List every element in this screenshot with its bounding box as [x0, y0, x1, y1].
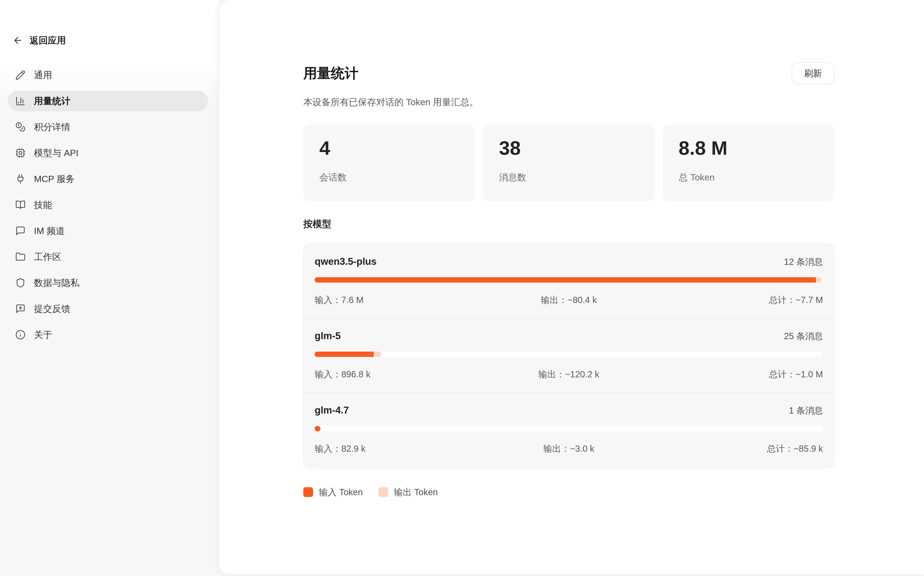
- sidebar-item-label: 通用: [34, 69, 52, 81]
- model-row-head: glm-525 条消息: [315, 330, 823, 342]
- page-header: 用量统计 刷新: [303, 62, 834, 84]
- output-tokens-stat: 输出：~3.0 k: [484, 443, 653, 454]
- summary-cards: 4会话数38消息数8.8 M总 Token: [303, 125, 834, 201]
- input-tokens-stat: 输入：7.6 M: [315, 294, 484, 305]
- model-usage-row: glm-525 条消息输入：896.8 k输出：~120.2 k总计：~1.0 …: [304, 318, 834, 392]
- token-usage-bar: [315, 352, 823, 357]
- model-usage-card: qwen3.5-plus12 条消息输入：7.6 M输出：~80.4 k总计：~…: [303, 244, 834, 467]
- input-token-label: 输入 Token: [319, 488, 363, 496]
- summary-card: 38消息数: [483, 125, 655, 201]
- page-title: 用量统计: [303, 65, 359, 82]
- sidebar-item-label: 关于: [34, 329, 52, 341]
- model-name: glm-5: [315, 330, 341, 342]
- input-tokens-stat: 输入：82.9 k: [315, 443, 484, 454]
- shield-icon: [15, 278, 26, 288]
- stat-value: 8.8 M: [679, 138, 818, 158]
- legend-item-input: 输入 Token: [303, 487, 363, 497]
- sidebar-item-label: 工作区: [34, 251, 61, 263]
- sidebar-item-usage-stats[interactable]: 用量统计: [8, 91, 208, 111]
- sidebar-item-feedback[interactable]: 提交反馈: [8, 299, 208, 319]
- model-name: qwen3.5-plus: [315, 256, 376, 267]
- sidebar-item-about[interactable]: 关于: [8, 325, 208, 345]
- stat-value: 4: [319, 138, 459, 158]
- model-token-stats: 输入：7.6 M输出：~80.4 k总计：~7.7 M: [315, 294, 823, 305]
- sidebar-item-label: IM 频道: [34, 225, 65, 237]
- sidebar-item-label: 提交反馈: [34, 303, 70, 315]
- back-to-app-label: 返回应用: [30, 34, 66, 46]
- output-token-swatch: [378, 487, 388, 497]
- legend-item-output: 输出 Token: [378, 487, 438, 497]
- usage-stats-page: 用量统计 刷新 本设备所有已保存对话的 Token 用量汇总。 4会话数38消息…: [219, 0, 924, 575]
- model-row-head: glm-4.71 条消息: [315, 405, 823, 416]
- info-icon: [15, 330, 26, 340]
- chart-column-icon: [15, 96, 26, 106]
- output-tokens-stat: 输出：~80.4 k: [484, 294, 653, 305]
- sidebar-item-label: 积分详情: [34, 121, 70, 133]
- sidebar-item-skills[interactable]: 技能: [8, 195, 208, 215]
- model-token-stats: 输入：896.8 k输出：~120.2 k总计：~1.0 M: [315, 369, 823, 379]
- total-tokens-stat: 总计：~7.7 M: [653, 294, 823, 305]
- sidebar-item-label: 用量统计: [34, 95, 70, 107]
- output-token-bar-segment: [816, 277, 822, 283]
- sidebar-nav: 通用用量统计积分详情模型与 APIMCP 服务技能IM 频道工作区数据与隐私提交…: [8, 65, 208, 345]
- summary-card: 4会话数: [303, 125, 475, 201]
- model-message-count: 1 条消息: [789, 405, 823, 416]
- arrow-left-icon: [13, 35, 23, 45]
- token-legend: 输入 Token 输出 Token: [303, 487, 834, 497]
- model-usage-row: qwen3.5-plus12 条消息输入：7.6 M输出：~80.4 k总计：~…: [304, 244, 834, 318]
- input-tokens-stat: 输入：896.8 k: [315, 369, 484, 379]
- token-usage-bar: [315, 426, 823, 431]
- output-token-label: 输出 Token: [394, 488, 438, 496]
- sidebar-item-data-privacy[interactable]: 数据与隐私: [8, 273, 208, 293]
- page-subtitle: 本设备所有已保存对话的 Token 用量汇总。: [303, 96, 834, 109]
- total-tokens-stat: 总计：~1.0 M: [653, 369, 823, 379]
- summary-card: 8.8 M总 Token: [663, 125, 834, 201]
- output-tokens-stat: 输出：~120.2 k: [484, 369, 653, 379]
- model-usage-row: glm-4.71 条消息输入：82.9 k输出：~3.0 k总计：~85.9 k: [304, 392, 834, 467]
- sidebar-item-im-channels[interactable]: IM 频道: [8, 221, 208, 241]
- sidebar-item-general[interactable]: 通用: [8, 65, 208, 85]
- sidebar-item-label: 模型与 API: [34, 147, 78, 159]
- sidebar-item-label: MCP 服务: [34, 173, 75, 185]
- output-token-bar-segment: [374, 352, 381, 357]
- total-tokens-stat: 总计：~85.9 k: [653, 443, 823, 454]
- cpu-icon: [15, 148, 26, 158]
- sidebar-item-label: 技能: [34, 199, 52, 211]
- sidebar-item-credits[interactable]: 积分详情: [8, 117, 208, 137]
- model-row-head: qwen3.5-plus12 条消息: [315, 256, 823, 267]
- folder-icon: [15, 252, 26, 262]
- stat-label: 消息数: [499, 173, 639, 182]
- stat-value: 38: [499, 138, 639, 158]
- message-plus-icon: [15, 304, 26, 314]
- model-message-count: 25 条消息: [784, 331, 823, 341]
- token-usage-bar: [315, 277, 823, 283]
- input-token-swatch: [303, 487, 313, 497]
- by-model-section-title: 按模型: [303, 219, 834, 229]
- model-name: glm-4.7: [315, 405, 349, 416]
- coins-icon: [15, 122, 26, 132]
- input-token-bar-segment: [315, 277, 816, 283]
- input-token-bar-segment: [315, 352, 374, 357]
- stat-label: 总 Token: [679, 173, 818, 182]
- back-to-app-button[interactable]: 返回应用: [13, 33, 219, 48]
- pencil-icon: [15, 70, 26, 80]
- stat-label: 会话数: [319, 173, 459, 182]
- input-token-bar-segment: [315, 426, 320, 431]
- plug-icon: [15, 174, 26, 184]
- model-token-stats: 输入：82.9 k输出：~3.0 k总计：~85.9 k: [315, 443, 823, 454]
- refresh-button[interactable]: 刷新: [792, 62, 834, 84]
- sidebar-item-label: 数据与隐私: [34, 277, 80, 289]
- sidebar-item-mcp-services[interactable]: MCP 服务: [8, 169, 208, 189]
- model-message-count: 12 条消息: [784, 256, 823, 267]
- sidebar-item-workspace[interactable]: 工作区: [8, 246, 208, 267]
- sidebar-item-models-api[interactable]: 模型与 API: [8, 143, 208, 163]
- settings-sidebar: 返回应用 通用用量统计积分详情模型与 APIMCP 服务技能IM 频道工作区数据…: [0, 0, 219, 576]
- book-open-icon: [15, 200, 26, 210]
- message-square-icon: [15, 226, 26, 236]
